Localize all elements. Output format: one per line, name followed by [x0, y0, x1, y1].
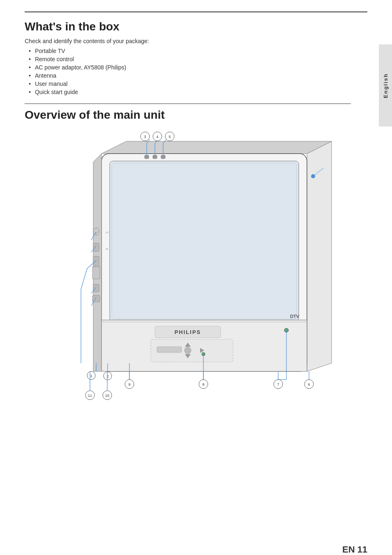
svg-rect-23 — [93, 256, 99, 267]
intro-text: Check and identify the contents of your … — [25, 38, 351, 44]
tv-diagram: PHILIPS DTV — [28, 129, 348, 425]
footer: EN 11 — [342, 544, 367, 555]
svg-point-16 — [184, 347, 191, 354]
svg-text:4: 4 — [156, 135, 158, 139]
overview-title: Overview of the main unit — [25, 108, 351, 122]
svg-text:CH: CH — [106, 231, 109, 234]
svg-rect-36 — [153, 155, 157, 159]
language-sidebar: English — [379, 44, 392, 127]
page-container: English What's in the box Check and iden… — [0, 12, 392, 555]
svg-text:7: 7 — [277, 382, 279, 387]
section-divider — [25, 104, 351, 104]
svg-line-71 — [81, 269, 87, 289]
svg-text:10: 10 — [105, 394, 109, 398]
svg-text:5: 5 — [168, 135, 171, 139]
svg-text:6: 6 — [308, 382, 310, 387]
svg-text:PHILIPS: PHILIPS — [175, 329, 201, 335]
svg-rect-26 — [92, 295, 100, 302]
list-item: Quick start guide — [29, 88, 351, 96]
svg-rect-17 — [157, 347, 182, 352]
svg-text:11: 11 — [88, 394, 92, 398]
list-item: Portable TV — [29, 47, 351, 55]
svg-text:8: 8 — [202, 382, 204, 387]
top-rule — [25, 12, 367, 12]
footer-lang: EN — [342, 544, 355, 555]
svg-marker-1 — [101, 141, 332, 154]
language-label: English — [383, 73, 389, 98]
svg-text:AV: AV — [106, 248, 108, 250]
svg-rect-22 — [93, 243, 99, 251]
list-item: User manual — [29, 80, 351, 88]
list-item: Remote control — [29, 55, 351, 63]
list-item: Antenna — [29, 71, 351, 80]
svg-text:9: 9 — [128, 382, 130, 387]
tv-svg: PHILIPS DTV — [28, 129, 348, 425]
svg-rect-25 — [93, 284, 99, 292]
main-content: What's in the box Check and identify the… — [25, 20, 367, 425]
list-item: AC power adaptor, AY5808 (Philips) — [29, 63, 351, 71]
svg-text:1: 1 — [90, 374, 92, 378]
svg-text:DTV: DTV — [290, 314, 300, 319]
svg-rect-35 — [145, 155, 149, 159]
svg-text:3: 3 — [144, 135, 146, 139]
svg-rect-4 — [112, 163, 297, 319]
svg-marker-0 — [307, 141, 332, 371]
svg-text:2: 2 — [106, 374, 108, 378]
footer-page-number: 11 — [357, 544, 367, 555]
svg-rect-24 — [92, 267, 100, 279]
whats-in-box-title: What's in the box — [25, 20, 351, 34]
contents-list: Portable TV Remote control AC power adap… — [29, 47, 351, 96]
svg-rect-37 — [161, 155, 165, 159]
